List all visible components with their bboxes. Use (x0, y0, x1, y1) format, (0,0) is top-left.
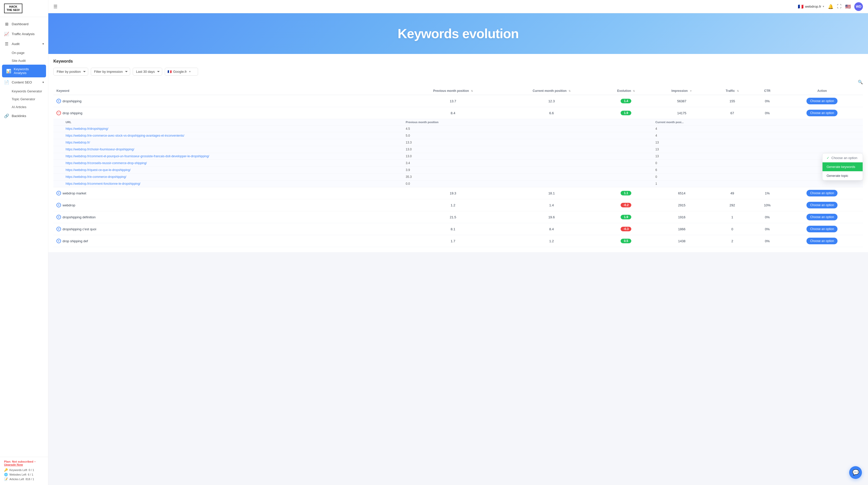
sidebar-item-on-page[interactable]: On-page (0, 49, 48, 57)
impression-cell: 14175 (652, 107, 711, 119)
prev-position-cell: 1.7 (403, 235, 503, 247)
prev-position-cell: 13.7 (403, 95, 503, 107)
sidebar-item-topic-generator[interactable]: Topic Generator (0, 95, 48, 103)
action-button[interactable]: Choose an option (806, 238, 837, 244)
keyword-text: dropshipping définition (63, 215, 96, 219)
menu-icon[interactable]: ☰ (53, 4, 58, 9)
sort-icon-evo[interactable]: ⇅ (633, 90, 635, 92)
us-flag-icon: 🇺🇸 (845, 4, 851, 9)
sidebar-item-audit[interactable]: ☰ Audit ▾ (0, 39, 48, 49)
keyword-cell: + dropshipping c'est quoi (53, 223, 403, 235)
sort-icon-curr[interactable]: ⇅ (568, 90, 570, 92)
expand-button[interactable]: + (57, 215, 61, 219)
period-filter[interactable]: Last 30 days (133, 68, 162, 76)
keyword-text: dropshipping c'est quoi (63, 227, 96, 231)
url-row: https://webdrop.fr/e-commerce-dropshippi… (53, 174, 863, 180)
prev-position-cell: 21.5 (403, 211, 503, 223)
logo-box: HACK THE SEO! (4, 4, 22, 13)
keyword-text: webdrop (63, 203, 75, 207)
url-link[interactable]: https://webdrop.fr/dropshipping/ (66, 127, 108, 131)
table-section: Keywords Filter by position Filter by im… (48, 54, 868, 252)
traffic-cell: 292 (711, 199, 753, 211)
evolution-badge: 0.5 (621, 239, 631, 243)
keyword-text: dropshipping (63, 99, 81, 103)
url-link[interactable]: https://webdrop.fr/choisir-fournisseur-d… (66, 148, 134, 151)
audit-icon: ☰ (4, 41, 9, 46)
expand-icon[interactable]: ⛶ (837, 4, 842, 9)
content-seo-icon: 📄 (4, 80, 9, 85)
position-filter[interactable]: Filter by position (53, 68, 88, 76)
expand-button[interactable]: + (57, 227, 61, 231)
expand-button[interactable]: + (57, 239, 61, 243)
evolution-cell: -0.3 (600, 223, 652, 235)
upgrade-link[interactable]: Upgrade Now (4, 463, 23, 466)
traffic-cell: 1 (711, 211, 753, 223)
table-row: + dropshipping 13.7 12.3 1.4 56387 155 0… (53, 95, 863, 107)
expand-button[interactable]: + (57, 191, 61, 195)
sidebar-item-site-audit[interactable]: Site Audit (0, 57, 48, 65)
url-link[interactable]: https://webdrop.fr/conseils-reussir-comm… (66, 161, 147, 165)
sidebar-item-dashboard[interactable]: ⊞ Dashboard (0, 19, 48, 29)
traffic-cell: 2 (711, 235, 753, 247)
avatar[interactable]: WD (854, 2, 863, 11)
impression-cell: 2915 (652, 199, 711, 211)
search-icon[interactable]: 🔍 (858, 80, 863, 84)
url-link[interactable]: https://webdrop.fr/e-commerce-avec-stock… (66, 134, 184, 137)
dropdown-item-choose[interactable]: ✓ Choose an option (823, 153, 863, 162)
evolution-cell: 0.5 (600, 235, 652, 247)
chat-fab-button[interactable]: 💬 (849, 466, 862, 479)
expand-button[interactable]: − (57, 111, 61, 115)
url-link[interactable]: https://webdrop.fr/quest-ce-que-le-drops… (66, 168, 130, 172)
sidebar-item-keywords-generator[interactable]: Keywords Generator (0, 87, 48, 95)
url-link[interactable]: https://webdrop.fr/comment-fonctionne-le… (66, 182, 141, 186)
filters-row: Filter by position Filter by impression … (53, 68, 863, 76)
action-button[interactable]: Choose an option (806, 214, 837, 220)
action-button[interactable]: Choose an option (806, 226, 837, 232)
topbar-right: 🇫🇷 webdrop.fr ▾ 🔔 ⛶ 🇺🇸 WD (798, 2, 863, 11)
url-link[interactable]: https://webdrop.fr/e-commerce-dropshippi… (66, 175, 126, 179)
ctr-cell: 0% (753, 223, 781, 235)
sidebar-item-ai-articles[interactable]: AI Articles (0, 103, 48, 111)
impression-cell: 56387 (652, 95, 711, 107)
action-button[interactable]: Choose an option (806, 202, 837, 208)
chevron-down-icon: ▾ (42, 42, 44, 46)
engine-filter[interactable]: 🇫🇷 Google.fr ▾ (165, 68, 198, 76)
url-link[interactable]: https://webdrop.fr/comment-et-pourquoi-u… (66, 154, 209, 158)
dropdown-item-generate-keywords[interactable]: Generate keywords (823, 162, 863, 171)
evolution-cell: -0.2 (600, 199, 652, 211)
sidebar-item-traffic-analysis[interactable]: 📈 Traffic Analysis (0, 29, 48, 39)
impression-cell: 1866 (652, 223, 711, 235)
sort-icon-prev[interactable]: ⇅ (471, 90, 473, 92)
sidebar-item-content-seo[interactable]: 📄 Content SEO ▾ (0, 77, 48, 87)
expand-button[interactable]: + (57, 203, 61, 207)
dropdown-item-generate-topic[interactable]: Generate topic (823, 171, 863, 180)
url-row: https://webdrop.fr/ 13.3 13 (53, 139, 863, 146)
site-selector[interactable]: 🇫🇷 webdrop.fr ▾ (798, 4, 824, 9)
sidebar-item-backlinks[interactable]: 🔗 Backlinks (0, 111, 48, 121)
table-row: − drop shipping 8.4 6.6 1.9 14175 67 0% … (53, 107, 863, 119)
evolution-badge: 1.9 (621, 215, 631, 219)
action-button[interactable]: Choose an option (806, 190, 837, 196)
prev-position-cell: 8.1 (403, 223, 503, 235)
evolution-badge: 1.9 (621, 111, 631, 115)
impression-filter[interactable]: Filter by impression (91, 68, 130, 76)
sidebar-nav: ⊞ Dashboard 📈 Traffic Analysis ☰ Audit ▾… (0, 17, 48, 457)
google-flag-icon: 🇫🇷 (167, 70, 172, 74)
curr-position-cell: 18.1 (503, 187, 600, 199)
expand-button[interactable]: + (57, 99, 61, 103)
url-link[interactable]: https://webdrop.fr/ (66, 141, 90, 144)
chevron-down-icon-2: ▾ (42, 81, 44, 84)
action-button[interactable]: Choose an option (806, 110, 837, 116)
sort-icon-imp[interactable]: ▼ (689, 90, 692, 92)
notification-bell-icon[interactable]: 🔔 (828, 4, 833, 9)
keyword-text: drop shipping def (63, 239, 88, 243)
sort-icon-traffic[interactable]: ⇅ (737, 90, 739, 92)
action-cell: Choose an option (781, 95, 863, 107)
sidebar-item-keywords-analysis[interactable]: 📊 Keywords Analysis (2, 65, 46, 77)
keyword-text: drop shipping (63, 111, 82, 115)
search-row: 🔍 (53, 80, 863, 84)
table-header: Keyword Previous month position ⇅ Curren… (53, 87, 863, 95)
hero-banner: Keywords evolution (48, 13, 868, 54)
impression-cell: 1916 (652, 211, 711, 223)
action-button[interactable]: Choose an option (806, 98, 837, 104)
